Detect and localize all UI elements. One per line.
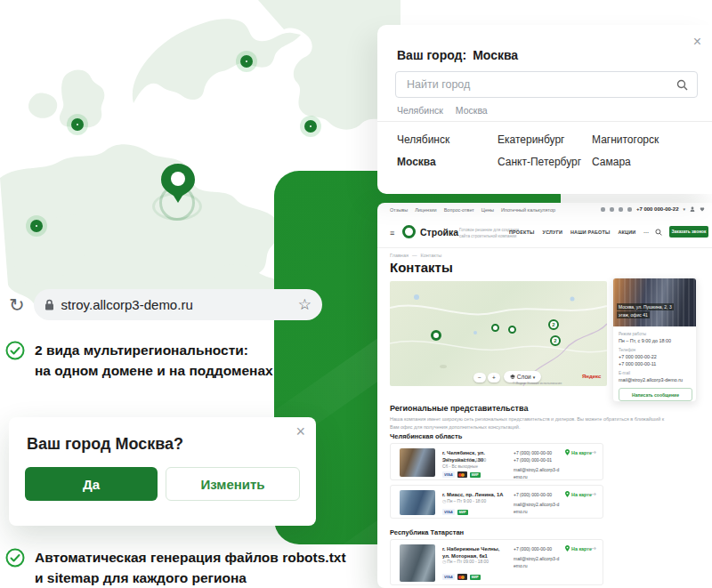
close-icon[interactable]: × (693, 34, 701, 50)
topbar-link[interactable]: Вопрос-ответ (444, 207, 474, 213)
rep-photo (400, 448, 435, 477)
site-topbar-right: +7 000 000-00-22 ▾ (601, 206, 705, 212)
clock-icon: ◷ (442, 560, 446, 564)
check-circle-icon (5, 548, 25, 568)
city-search-input[interactable] (405, 77, 676, 92)
feature-bullet-multiregion: 2 вида мультирегиональности: на одном до… (5, 340, 273, 382)
nav-item-promo[interactable]: АКЦИИ (618, 230, 635, 235)
office-phone[interactable]: +7 000 000-00-22 (619, 353, 692, 360)
nav-item-works[interactable]: НАШИ РАБОТЫ (570, 230, 610, 235)
order-call-button[interactable]: Заказать звонок (669, 226, 708, 238)
hamburger-menu-icon[interactable]: ≡ (390, 229, 394, 238)
mir-badge: МИР (470, 472, 481, 478)
topbar-link[interactable]: Цены (481, 207, 494, 213)
arrow-right-icon[interactable]: ⟶ (587, 490, 596, 498)
region-heading: Республика Татарстан (390, 528, 464, 536)
office-card-body: Режим работы Пн – Пт, с 9:00 до 18:00 Те… (619, 328, 692, 401)
city-option[interactable]: Самара (592, 156, 631, 168)
city-option[interactable]: Магнитогорск (592, 133, 659, 146)
city-option-selected[interactable]: Москва (397, 156, 436, 168)
rep-schedule: ◷Пн – Пт 9:00 - 18:00 (442, 499, 486, 503)
bookmark-star-icon[interactable]: ☆ (298, 295, 312, 314)
map-cluster[interactable]: 2 (550, 335, 561, 346)
rep-email[interactable]: mail@stroy2.allcorp3-demo.ru (514, 555, 560, 569)
contacts-map[interactable]: 2 2 − + Слои ▾ Яндекс © Яндекс Условия и… (390, 281, 607, 386)
feature-line: 2 вида мультирегиональности: (35, 340, 273, 360)
vk-icon[interactable] (601, 207, 605, 212)
confirm-city-button[interactable]: Да (25, 467, 158, 501)
site-logo-text[interactable]: Стройка (420, 227, 458, 238)
map-ring-marker (30, 220, 43, 232)
map-marker[interactable] (431, 330, 441, 341)
write-message-button[interactable]: Написать сообщение (619, 388, 692, 401)
rep-row[interactable]: г. Миасс, пр. Ленина, 1А ◷Пн – Пт 9:00 -… (390, 485, 603, 519)
rep-phone[interactable]: +7 (000) 000-00-00 (514, 449, 560, 456)
rep-phone[interactable]: +7 (000) 000-00-01 (514, 456, 560, 463)
nav-more-icon[interactable]: ··· (643, 230, 649, 235)
nav-item-projects[interactable]: ПРОЕКТЫ (509, 230, 535, 235)
rep-row[interactable]: г. Челябинск, ул. Энтузиастов, 30 ◷Пн – … (390, 443, 603, 480)
city-option[interactable]: Санкт-Петербург (498, 156, 581, 168)
check-circle-icon (5, 341, 25, 360)
rep-row[interactable]: г. Набережные Челны, ул. Моторная, 6к1 ◷… (390, 539, 603, 585)
instagram-icon[interactable] (619, 207, 623, 212)
rep-email[interactable]: mail@stroy2.allcorp3-demo.ru (514, 501, 560, 515)
change-city-button[interactable]: Изменить (166, 467, 300, 501)
site-logo-icon[interactable] (402, 225, 416, 238)
reload-icon[interactable]: ↻ (9, 295, 25, 314)
hours-label: Режим работы (619, 332, 692, 336)
breadcrumb-home[interactable]: Главная (390, 253, 409, 258)
search-icon[interactable] (655, 229, 662, 236)
map-layers-label: Слои (517, 374, 531, 380)
office-email[interactable]: mail@stroy2.allcorp3-demo.ru (619, 376, 692, 383)
breadcrumb-sep: — (412, 253, 417, 258)
map-zoom-out-button[interactable]: − (473, 373, 486, 383)
feature-bullet-robots: Автоматическая генерация файлов robots.t… (5, 547, 346, 588)
facebook-icon[interactable] (610, 207, 614, 212)
map-marker[interactable] (508, 326, 516, 334)
city-select-popup: × Ваш город: Москва Челябинск Москва Чел… (377, 25, 712, 194)
city-search-box (395, 71, 698, 98)
map-provider-logo[interactable]: Яндекс (582, 374, 601, 379)
site-phone[interactable]: +7 000 000-00-22 (636, 206, 679, 212)
suggestion-chip[interactable]: Москва (456, 105, 488, 116)
rep-email[interactable]: mail@stroy2.allcorp3-demo.ru (514, 466, 560, 480)
city-option[interactable]: Челябинск (397, 133, 449, 146)
topbar-link[interactable]: Отзывы (390, 207, 408, 213)
close-icon[interactable]: × (295, 423, 305, 441)
topbar-link[interactable]: Ипотечный калькулятор (501, 207, 555, 213)
map-cluster[interactable]: 2 (548, 319, 559, 330)
payment-methods: VISA МИР (442, 509, 468, 515)
rep-schedule: Сб - Вс выходные (442, 464, 478, 469)
rep-phone[interactable]: +7 (000) 000-00-00 (514, 491, 560, 498)
city-option[interactable]: Екатеринбург (498, 133, 565, 146)
office-address-line: этаж, офис 41 (617, 311, 650, 318)
site-topbar-links: Отзывы Лицензии Вопрос-ответ Цены Ипотеч… (390, 207, 555, 213)
chevron-down-icon[interactable]: ▾ (683, 206, 685, 212)
arrow-right-icon[interactable]: ⟶ (587, 544, 596, 552)
map-marker[interactable] (491, 324, 499, 332)
reps-description: Наша компания имеет широкую сеть региона… (390, 415, 671, 431)
telegram-icon[interactable] (627, 207, 632, 212)
region-heading: Челябинская область (390, 432, 462, 440)
current-city: Москва (473, 48, 518, 62)
rep-phone[interactable]: +7 (000) 000-00-00 (514, 545, 560, 552)
topbar-link[interactable]: Лицензии (415, 207, 437, 213)
rep-contacts: +7 (000) 000-00-00 mail@stroy2.allcorp3-… (514, 491, 560, 515)
user-icon[interactable] (690, 206, 695, 212)
map-zoom-in-button[interactable]: + (488, 373, 500, 383)
url-field[interactable]: stroy.allcorp3-demo.ru ☆ (34, 289, 322, 320)
search-icon[interactable] (676, 79, 688, 91)
visa-badge: VISA (442, 574, 455, 580)
nav-item-services[interactable]: УСЛУГИ (543, 230, 562, 235)
map-ring-marker (71, 118, 84, 131)
office-address-line: Москва, ул. Пушкина, 2, 3 (617, 303, 674, 310)
rep-address: г. Миасс, пр. Ленина, 1А (442, 491, 506, 498)
suggestion-chip[interactable]: Челябинск (397, 105, 443, 116)
reps-section-title: Региональные представительства (390, 404, 528, 413)
office-contact-card: Москва, ул. Пушкина, 2, 3 этаж, офис 41 … (612, 278, 697, 402)
favorites-icon[interactable] (700, 206, 705, 212)
rep-photo (400, 490, 435, 515)
office-phone[interactable]: +7 000 000-00-11 (619, 360, 692, 367)
arrow-right-icon[interactable]: ⟶ (587, 448, 596, 456)
